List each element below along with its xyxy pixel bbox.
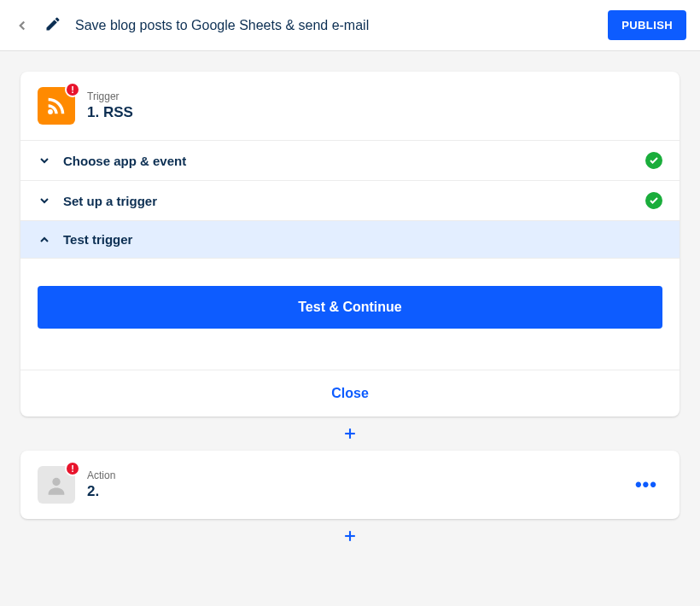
alert-badge: ! xyxy=(65,461,80,476)
accordion-label: Test trigger xyxy=(63,232,132,247)
add-step-button[interactable] xyxy=(338,524,362,548)
accordion-left: Set up a trigger xyxy=(38,194,157,208)
header-left-group: Save blog posts to Google Sheets & send … xyxy=(14,15,369,36)
chevron-left-icon xyxy=(15,18,30,33)
accordion-left: Test trigger xyxy=(38,232,132,247)
rss-app-icon: ! xyxy=(38,87,75,125)
rss-icon xyxy=(44,94,68,118)
placeholder-app-icon: ! xyxy=(38,466,75,504)
step-title: 1. RSS xyxy=(87,104,133,121)
content-area: ! Trigger 1. RSS Choose app & event xyxy=(0,51,700,553)
test-panel: Test & Continue xyxy=(20,259,680,370)
publish-button[interactable]: PUBLISH xyxy=(608,10,686,40)
person-placeholder-icon xyxy=(44,473,68,497)
chevron-down-icon xyxy=(38,194,51,207)
svg-point-3 xyxy=(52,478,60,486)
pencil-icon xyxy=(44,15,61,32)
step-type-label: Action xyxy=(87,469,115,481)
app-header: Save blog posts to Google Sheets & send … xyxy=(0,0,700,51)
accordion-label: Choose app & event xyxy=(63,154,186,168)
alert-badge: ! xyxy=(65,82,80,97)
workflow-title: Save blog posts to Google Sheets & send … xyxy=(75,18,369,33)
action-card-header: ! Action 2. ••• xyxy=(20,451,680,519)
check-icon xyxy=(649,155,659,166)
action-step-card[interactable]: ! Action 2. ••• xyxy=(20,451,680,519)
setup-trigger-section[interactable]: Set up a trigger xyxy=(20,181,680,221)
add-step-end xyxy=(20,519,680,553)
more-horizontal-icon: ••• xyxy=(635,474,657,495)
chevron-down-icon xyxy=(38,154,51,167)
accordion-label: Set up a trigger xyxy=(63,194,157,208)
check-icon xyxy=(649,195,659,206)
edit-title-button[interactable] xyxy=(44,15,61,36)
chevron-up-icon xyxy=(38,233,51,247)
trigger-step-card: ! Trigger 1. RSS Choose app & event xyxy=(20,72,680,417)
choose-app-section[interactable]: Choose app & event xyxy=(20,141,680,181)
add-step-between xyxy=(20,417,680,451)
step-title: 2. xyxy=(87,483,115,500)
status-success-badge xyxy=(645,152,662,169)
trigger-header-text: Trigger 1. RSS xyxy=(87,90,133,121)
test-trigger-section[interactable]: Test trigger xyxy=(20,221,680,259)
test-continue-button[interactable]: Test & Continue xyxy=(38,286,662,329)
close-button[interactable]: Close xyxy=(331,386,369,400)
trigger-card-header[interactable]: ! Trigger 1. RSS xyxy=(20,72,680,141)
status-success-badge xyxy=(645,192,662,209)
action-header-text: Action 2. xyxy=(87,469,115,500)
back-button[interactable] xyxy=(14,17,31,34)
step-type-label: Trigger xyxy=(87,90,133,102)
plus-icon xyxy=(341,527,359,545)
accordion-left: Choose app & event xyxy=(38,154,186,168)
plus-icon xyxy=(341,425,359,442)
step-more-menu[interactable]: ••• xyxy=(635,474,662,496)
add-step-button[interactable] xyxy=(338,422,362,446)
card-footer: Close xyxy=(20,370,680,417)
svg-point-0 xyxy=(48,109,53,114)
